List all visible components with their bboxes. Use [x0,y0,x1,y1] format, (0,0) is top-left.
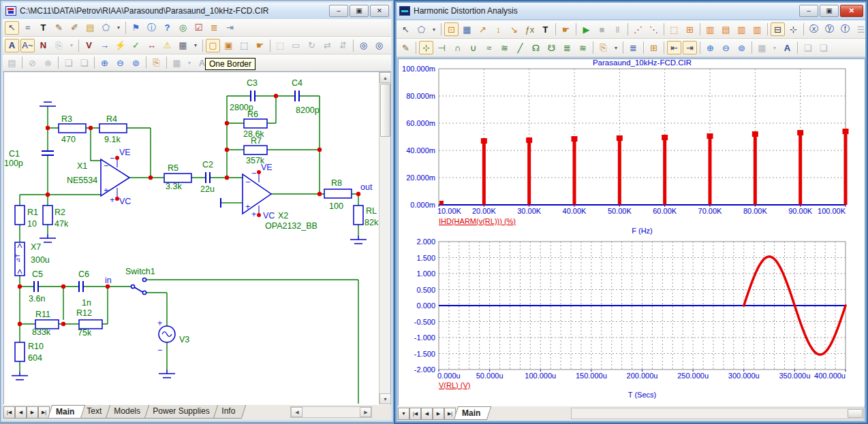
schematic-label[interactable]: + [251,210,256,219]
cursor-valley-icon[interactable]: ∩ [450,41,465,54]
select-mode-icon[interactable]: ↖ [399,22,413,36]
schematic-label[interactable]: out [360,182,373,192]
find-component-button-icon[interactable]: ◎ [356,39,371,52]
schematic-label[interactable]: 75k [78,328,92,338]
flag-mode-icon[interactable]: ⚑ [129,21,143,35]
plot-group-4-button-icon[interactable]: ▥ [750,22,764,36]
schematic-label[interactable]: C1 [9,149,20,159]
one-border-toggle-icon[interactable]: ▢ [206,39,220,52]
grid-toggle-icon[interactable]: ▦ [176,39,190,52]
scroll-up-button[interactable]: ▲ [379,72,391,83]
graph-properties-mode-icon[interactable]: ▦ [460,22,474,36]
tab-info[interactable]: Info [213,405,247,419]
tab-nav-button[interactable]: |◀ [3,406,15,419]
diagonal-wire-mode-icon[interactable]: ✐ [67,21,82,35]
text-mode-icon[interactable]: T [538,22,553,36]
cursor-low-icon[interactable]: ≈ [482,41,496,54]
schematic-label[interactable]: − [157,346,162,355]
schematic-label[interactable]: X7 [31,242,41,252]
schematic-label[interactable]: 22u [200,184,215,194]
formula-mode-icon[interactable]: ƒx [523,22,537,36]
cursor-high-icon[interactable]: ∪ [466,41,480,54]
peak-marker-button-icon[interactable]: ⋰ [631,22,645,36]
close-button[interactable]: ✕ [370,5,389,17]
tab-nav-button[interactable]: ◀ [15,406,27,419]
schematic-label[interactable]: 3.6n [29,294,45,304]
schematic-label[interactable]: 8200p [296,105,320,115]
schematic-canvas[interactable]: R3470R49.1kC1100pX1NE5534VEVC−+−+R53.3kC… [4,72,379,404]
schematic-label[interactable]: C5 [32,270,43,279]
schematic-label[interactable]: − [245,178,250,187]
scale-mode-icon[interactable]: ↗ [476,22,490,36]
schematic-label[interactable]: C3 [247,78,258,88]
schematic-label[interactable]: + [104,186,108,195]
schematic-label[interactable]: RL [366,206,377,216]
line-mode-icon[interactable]: ✎ [52,21,66,35]
cursor-next-point-icon[interactable]: ⊹ [419,41,433,54]
schematic-label[interactable]: C4 [292,78,303,88]
restore-button[interactable]: ▣ [350,5,369,17]
schematic-label[interactable]: R4 [106,114,117,124]
ruler-button-icon[interactable]: ⬚ [667,22,681,36]
tab-power-supplies[interactable]: Power Supplies [144,405,221,419]
properties-button-icon[interactable]: ☛ [559,22,573,36]
schematic-label[interactable]: OPA2132_BB [265,221,317,231]
schematic-label[interactable]: VC [119,197,131,206]
schematic-label[interactable]: 82k [365,218,379,227]
analysis-horizontal-scrollbar[interactable] [571,408,864,419]
node-numbers-toggle-icon[interactable]: N [36,39,50,52]
crosshair-cursor-button-icon[interactable]: ⊹ [786,22,801,36]
schematic-label[interactable]: C2 [202,160,213,169]
schematic-label[interactable]: X1 [77,161,87,171]
cursor-global-high-icon[interactable]: ☊ [529,41,543,54]
select-mode-icon[interactable]: ↖ [5,21,19,35]
schematic-label[interactable]: 47k [55,219,69,229]
schematic-label[interactable]: VE [119,148,131,157]
horizontal-axis-button-icon[interactable]: ⊟ [771,22,785,36]
node-voltages-toggle-icon[interactable]: V [82,39,96,52]
link-mode-icon[interactable]: ◎ [176,21,190,35]
shape-mode-icon[interactable]: ⬠ [414,22,429,36]
schematic-horizontal-scrollbar[interactable]: ◀ ▶ [290,406,372,418]
cursor-envelope-1-icon[interactable]: ≣ [560,41,574,54]
tab-nav-button[interactable]: |◀ [409,408,421,420]
schematic-label[interactable]: R7 [251,136,262,146]
pin-connections-toggle-icon[interactable]: ↔ [144,39,159,52]
schematic-label[interactable]: − [104,161,108,171]
current-toggle-icon[interactable]: → [97,39,112,52]
schematic-label[interactable]: + [245,202,250,212]
scroll-down-button[interactable]: ▼ [379,393,391,404]
schematic-label[interactable]: ⊿T [14,253,21,263]
shape-mode-icon[interactable]: ⬠ [99,21,113,35]
find-button-icon[interactable]: ◎ [372,39,386,52]
schematic-label[interactable]: 470 [61,135,76,144]
schematic-label[interactable]: V3 [179,335,189,344]
schematic-label[interactable]: 1n [82,298,91,308]
zoom-select-mode-icon[interactable]: ⊡ [444,22,459,36]
schematic-label[interactable]: + [110,195,114,205]
tab-nav-button[interactable]: ▼ [398,408,409,420]
cursor-inflection-icon[interactable]: ≋ [497,41,512,54]
tab-main[interactable]: Main [48,405,86,419]
schematic-label[interactable]: + [157,319,162,328]
grid-dropdown[interactable]: ▾ [191,39,200,52]
paste-button-icon[interactable]: ⎘ [596,41,610,54]
minimize-button[interactable]: – [799,5,818,17]
title-block-toggle-icon[interactable]: ▣ [221,39,236,52]
zoom-100-button-icon[interactable]: ⊚ [734,41,749,54]
tab-nav-button[interactable]: ▶ [433,408,444,420]
numeric-output-button-icon[interactable]: ⊞ [647,41,661,54]
schematic-label[interactable]: Switch1 [125,267,155,276]
scroll-left-button[interactable]: ◀ [291,407,303,417]
zoom-out-button-icon[interactable]: ⊖ [719,41,733,54]
vertical-scale-mode-icon[interactable]: ↕ [491,22,506,36]
run-button-icon[interactable]: ▶ [579,22,593,36]
analysis-titlebar[interactable]: Harmonic Distortion Analysis – ▣ ✕ [397,3,865,19]
analysis-plot-area[interactable]: Parasaund_10kHz-FCD.CIR100.000m80.000m60… [398,59,865,407]
wire-mode-icon[interactable]: ≈ [20,21,35,35]
tab-nav-button[interactable]: ◀ [421,408,433,420]
plot-group-3-button-icon[interactable]: ▥ [734,22,749,36]
schematic-label[interactable]: R10 [28,342,44,351]
select-connected-tool-icon[interactable]: ⬚ [237,39,251,52]
zoom-in-button-icon[interactable]: ⊕ [703,41,717,54]
